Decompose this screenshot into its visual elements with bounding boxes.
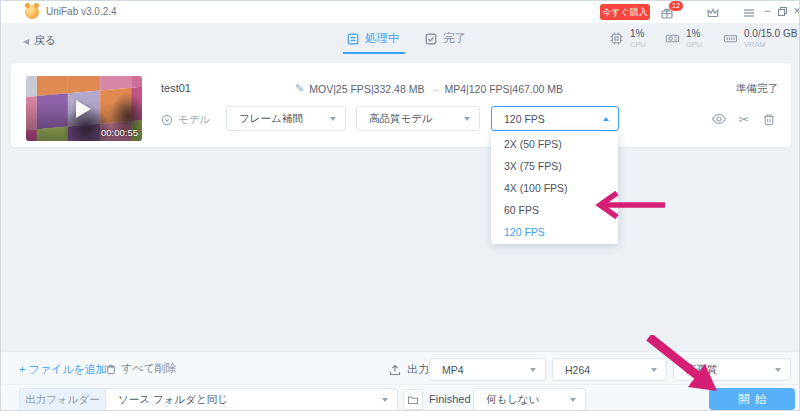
output-folder-value: ソース フォルダと同じ — [118, 393, 228, 407]
tab-processing[interactable]: 処理中 — [347, 31, 400, 46]
model-icon — [161, 114, 173, 126]
fps-select-value: 120 FPS — [504, 113, 545, 125]
fps-select[interactable]: 120 FPS — [491, 106, 619, 131]
app-title: UniFab v3.0.2.4 — [46, 6, 117, 17]
fps-option[interactable]: 3X (75 FPS) — [491, 155, 618, 177]
delete-all-button[interactable]: すべて削除 — [105, 361, 177, 376]
folder-icon — [407, 394, 419, 406]
transform-arrow-icon: → — [429, 83, 439, 94]
fps-dropdown-menu: 2X (50 FPS) 3X (75 FPS) 4X (100 FPS) 60 … — [491, 132, 618, 244]
trim-scissors-icon[interactable]: ✂ — [736, 111, 752, 127]
bottom-divider — [1, 384, 799, 385]
chevron-up-icon — [603, 117, 609, 121]
app-logo-icon — [25, 5, 39, 19]
vram-label: VRAM — [744, 40, 797, 50]
title-bar: UniFab v3.0.2.4 今すぐ購入 12 − × — [1, 1, 799, 23]
delete-all-label: すべて削除 — [121, 361, 177, 376]
add-files-button[interactable]: + ファイルを追加 — [19, 362, 107, 377]
codec-value: H264 — [565, 364, 590, 376]
model-select-value: フレーム補間 — [239, 112, 303, 126]
status-label: 準備完了 — [736, 82, 778, 96]
chevron-down-icon — [330, 117, 336, 121]
gpu-icon — [665, 31, 680, 46]
back-label: 戻る — [34, 33, 56, 48]
finished-action-select[interactable]: 何もしない — [473, 388, 586, 411]
back-button[interactable]: ◂ 戻る — [23, 33, 56, 48]
finished-label: Finished — [429, 393, 471, 405]
output-label: 出力 — [407, 362, 429, 377]
output-label-group: 出力 — [389, 362, 429, 377]
cpu-label: CPU — [630, 40, 646, 50]
trash-icon — [105, 363, 117, 375]
gpu-stat: 1% GPU — [665, 28, 702, 50]
output-folder-select[interactable]: ソース フォルダと同じ — [105, 388, 398, 411]
gpu-value: 1% — [686, 28, 702, 40]
unifab-window: UniFab v3.0.2.4 今すぐ購入 12 − × ◂ 戻る 処理中 完了 — [0, 0, 800, 411]
vram-stat: 0.0/15.0 GB VRAM — [723, 28, 797, 50]
play-icon[interactable] — [76, 100, 91, 118]
fps-option[interactable]: 4X (100 FPS) — [491, 177, 618, 199]
task-card: 00:00:55 test01 ✎ MOV|25 FPS|332.48 MB →… — [11, 63, 791, 147]
cpu-icon — [609, 31, 624, 46]
model-label: モデル — [178, 113, 210, 127]
chevron-down-icon — [651, 368, 657, 372]
codec-select[interactable]: H264 — [552, 358, 667, 381]
fps-option[interactable]: 120 FPS — [491, 221, 618, 243]
model-select[interactable]: フレーム補間 — [226, 106, 346, 131]
target-info: MP4|120 FPS|467.00 MB — [444, 83, 563, 95]
processing-tab-icon — [347, 33, 359, 45]
chevron-down-icon — [464, 117, 470, 121]
model-label-group: モデル — [161, 113, 210, 127]
gift-badge: 12 — [669, 1, 683, 11]
fps-option[interactable]: 2X (50 FPS) — [491, 133, 618, 155]
file-info: ✎ MOV|25 FPS|332.48 MB → MP4|120 FPS|467… — [295, 82, 563, 95]
start-button[interactable]: 開始 — [709, 388, 795, 410]
chevron-down-icon — [570, 398, 576, 402]
chevron-down-icon — [382, 398, 388, 402]
tab-done[interactable]: 完了 — [425, 31, 466, 46]
quality-select[interactable]: 高画質 — [673, 358, 791, 381]
delete-trash-icon[interactable] — [761, 111, 777, 127]
edit-icon[interactable]: ✎ — [295, 82, 304, 95]
restore-button[interactable] — [778, 7, 787, 16]
quality-model-select[interactable]: 高品質モデル — [356, 106, 480, 131]
gpu-label: GPU — [686, 40, 702, 50]
vram-icon — [723, 31, 738, 46]
minimize-button[interactable]: − — [760, 4, 774, 18]
chevron-down-icon — [530, 368, 536, 372]
close-button[interactable]: × — [790, 4, 800, 18]
finished-action-value: 何もしない — [486, 393, 539, 407]
source-info: MOV|25 FPS|332.48 MB — [309, 83, 424, 95]
browse-folder-button[interactable] — [403, 389, 423, 410]
export-icon — [389, 364, 401, 376]
video-thumbnail[interactable]: 00:00:55 — [26, 76, 142, 141]
output-folder-label: 出力フォルダー — [19, 388, 105, 411]
buy-now-button[interactable]: 今すぐ購入 — [600, 4, 650, 20]
menu-icon[interactable] — [742, 6, 756, 20]
preview-eye-icon[interactable] — [711, 111, 727, 127]
fps-option[interactable]: 60 FPS — [491, 199, 618, 221]
quality-model-value: 高品質モデル — [369, 112, 433, 126]
format-select[interactable]: MP4 — [429, 358, 546, 381]
cpu-value: 1% — [630, 28, 646, 40]
quality-value: 高画質 — [686, 363, 718, 377]
crown-icon[interactable] — [706, 6, 720, 20]
vram-value: 0.0/15.0 GB — [744, 28, 797, 40]
video-duration: 00:00:55 — [101, 127, 138, 138]
active-tab-underline — [343, 52, 405, 54]
task-title: test01 — [161, 82, 191, 94]
back-chevron-icon: ◂ — [23, 35, 29, 47]
done-tab-icon — [425, 33, 437, 45]
format-value: MP4 — [442, 364, 464, 376]
processing-tab-label: 処理中 — [365, 31, 400, 46]
chevron-down-icon — [775, 368, 781, 372]
cpu-stat: 1% CPU — [609, 28, 646, 50]
done-tab-label: 完了 — [443, 31, 466, 46]
